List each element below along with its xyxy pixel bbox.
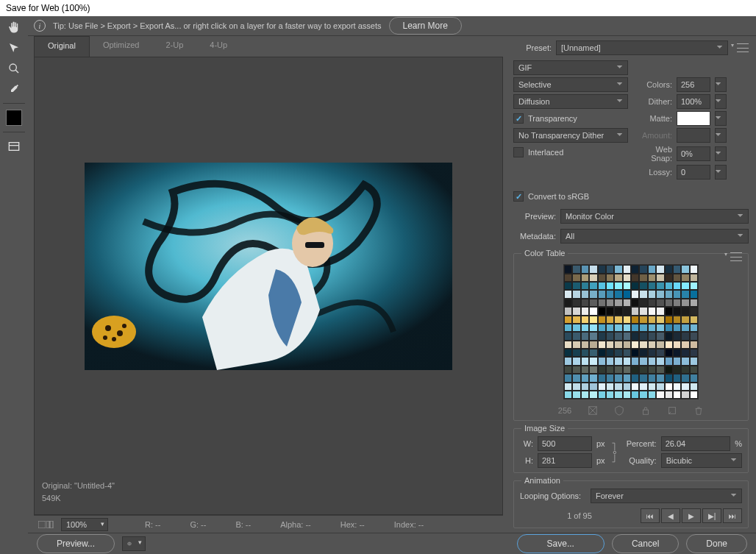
color-table-cell[interactable] [648,316,656,324]
color-table-cell[interactable] [606,299,614,307]
colors-stepper[interactable] [715,77,727,92]
width-input[interactable] [538,436,592,451]
color-table-cell[interactable] [614,316,622,324]
toggle-slices-visibility[interactable] [4,138,24,155]
color-table-cell[interactable] [673,349,681,357]
color-table-cell[interactable] [598,366,606,374]
color-table-cell[interactable] [572,265,580,273]
color-table-cell[interactable] [606,274,614,282]
color-table-cell[interactable] [681,349,689,357]
color-table-cell[interactable] [681,299,689,307]
format-select[interactable]: GIF [513,60,628,75]
color-table-cell[interactable] [631,366,639,374]
color-table-cell[interactable] [606,324,614,332]
color-table-cell[interactable] [606,265,614,273]
color-table-cell[interactable] [665,265,673,273]
color-table-cell[interactable] [631,307,639,315]
convert-srgb-checkbox[interactable] [513,191,524,202]
lossy-input[interactable]: 0 [677,165,710,180]
color-table-cell[interactable] [614,357,622,365]
color-table-cell[interactable] [656,332,664,340]
color-table-cell[interactable] [648,383,656,391]
color-table-cell[interactable] [648,282,656,290]
color-table-cell[interactable] [589,391,597,399]
color-table-cell[interactable] [598,265,606,273]
color-table-cell[interactable] [598,349,606,357]
color-table-cell[interactable] [581,282,589,290]
color-table-cell[interactable] [598,299,606,307]
color-table-cell[interactable] [606,290,614,298]
color-table-cell[interactable] [581,299,589,307]
websnap-input[interactable]: 0% [677,146,710,161]
color-table-cell[interactable] [589,332,597,340]
color-table-cell[interactable] [690,366,698,374]
color-table-cell[interactable] [673,316,681,324]
color-table-cell[interactable] [606,374,614,382]
color-table-cell[interactable] [648,349,656,357]
color-table-cell[interactable] [656,324,664,332]
color-table-cell[interactable] [598,307,606,315]
color-table-cell[interactable] [656,366,664,374]
color-table-cell[interactable] [572,316,580,324]
color-table-cell[interactable] [589,299,597,307]
color-table-cell[interactable] [614,307,622,315]
color-table-cell[interactable] [564,383,572,391]
color-table-cell[interactable] [581,349,589,357]
color-table-cell[interactable] [690,324,698,332]
hand-tool[interactable] [4,19,24,35]
metadata-select[interactable]: All [560,229,749,244]
color-table-cell[interactable] [623,274,631,282]
color-table-cell[interactable] [631,282,639,290]
color-table-cell[interactable] [623,290,631,298]
color-table-cell[interactable] [572,290,580,298]
color-table-cell[interactable] [631,357,639,365]
color-table-cell[interactable] [598,391,606,399]
websnap-stepper[interactable] [715,146,727,161]
color-table-cell[interactable] [581,341,589,349]
color-table-cell[interactable] [690,282,698,290]
color-table-cell[interactable] [648,290,656,298]
color-table-cell[interactable] [656,391,664,399]
color-table-cell[interactable] [598,274,606,282]
color-table-cell[interactable] [606,341,614,349]
color-table-cell[interactable] [589,349,597,357]
play-button[interactable]: ▶ [682,508,701,523]
color-table-grid[interactable] [563,264,699,399]
color-table-cell[interactable] [572,357,580,365]
color-table-cell[interactable] [681,265,689,273]
color-table-cell[interactable] [639,341,647,349]
color-table-cell[interactable] [564,341,572,349]
color-table-cell[interactable] [589,316,597,324]
color-table-cell[interactable] [589,265,597,273]
color-table-cell[interactable] [623,316,631,324]
color-table-cell[interactable] [681,282,689,290]
first-frame-button[interactable]: ⏮ [641,508,660,523]
done-button[interactable]: Done [686,534,747,553]
color-table-cell[interactable] [589,374,597,382]
shift-websafe-icon[interactable] [614,405,624,416]
color-table-cell[interactable] [564,274,572,282]
tab-4up[interactable]: 4-Up [196,36,240,57]
color-table-cell[interactable] [564,282,572,290]
color-table-cell[interactable] [598,383,606,391]
color-table-cell[interactable] [589,366,597,374]
height-input[interactable] [538,453,592,468]
lock-color-icon[interactable] [641,405,651,416]
color-table-cell[interactable] [631,374,639,382]
color-table-cell[interactable] [581,391,589,399]
color-table-cell[interactable] [623,282,631,290]
color-table-cell[interactable] [598,332,606,340]
color-table-cell[interactable] [564,332,572,340]
color-table-cell[interactable] [564,349,572,357]
color-table-cell[interactable] [665,374,673,382]
reduction-select[interactable]: Selective [513,77,628,92]
color-table-cell[interactable] [656,349,664,357]
color-table-cell[interactable] [572,374,580,382]
color-table-cell[interactable] [606,316,614,324]
transparency-dither-select[interactable]: No Transparency Dither [513,128,628,143]
tab-original[interactable]: Original [34,36,90,57]
color-table-cell[interactable] [690,341,698,349]
eyedropper-color-swatch[interactable] [6,110,22,126]
grid-icon[interactable] [38,521,54,528]
color-table-cell[interactable] [598,341,606,349]
